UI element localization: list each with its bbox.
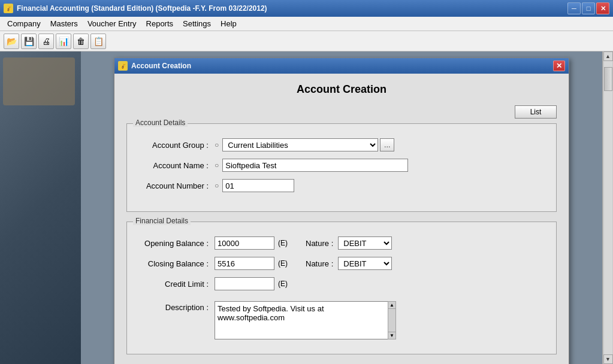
center-content: 💰 Account Creation ✕ Account Creation Li…	[81, 51, 602, 364]
scrollbar-up-arrow[interactable]: ▲	[388, 302, 395, 309]
account-group-select[interactable]: Current Liabilities	[222, 138, 378, 151]
modal-overlay: 💰 Account Creation ✕ Account Creation Li…	[81, 51, 602, 364]
account-name-radio-indicator: ○	[215, 161, 219, 169]
account-group-radio-indicator: ○	[215, 141, 219, 149]
left-background	[0, 51, 81, 364]
title-bar: 💰 Financial Accounting (Standard Edition…	[0, 0, 613, 17]
account-number-input[interactable]	[222, 179, 294, 192]
account-number-label: Account Number :	[137, 181, 215, 190]
menu-reports[interactable]: Reports	[141, 18, 179, 29]
close-button[interactable]: ✕	[596, 2, 609, 14]
description-label: Description :	[137, 301, 215, 312]
closing-nature-group: Nature : DEBIT CREDIT	[306, 257, 392, 270]
description-scrollbar[interactable]: ▲ ▼	[388, 301, 396, 339]
toolbar: 📂 💾 🖨 📊 🗑 📋	[0, 31, 613, 51]
closing-nature-select[interactable]: DEBIT CREDIT	[338, 257, 392, 270]
financial-details-label: Financial Details	[133, 217, 191, 225]
menu-help[interactable]: Help	[216, 18, 241, 29]
toolbar-clipboard[interactable]: 📋	[90, 34, 106, 49]
dialog-heading: Account Creation	[126, 83, 557, 96]
scrollbar-down-arrow[interactable]: ▼	[388, 332, 395, 339]
scroll-track	[604, 61, 612, 354]
toolbar-open[interactable]: 📂	[4, 34, 19, 49]
closing-balance-row: Closing Balance : (E) Nature : DEBIT CRE…	[137, 257, 546, 270]
account-name-input[interactable]	[222, 159, 408, 172]
closing-balance-e-badge: (E)	[278, 259, 288, 268]
account-group-row: Account Group : ○ Current Liabilities …	[137, 138, 546, 151]
credit-limit-e-badge: (E)	[278, 280, 288, 288]
menu-voucher-entry[interactable]: Voucher Entry	[83, 18, 141, 29]
credit-limit-row: Credit Limit : (E)	[137, 277, 546, 290]
opening-balance-e-badge: (E)	[278, 239, 288, 247]
description-textarea[interactable]: Tested by Softpedia. Visit us at www.sof…	[215, 301, 388, 339]
description-row: Description : Tested by Softpedia. Visit…	[137, 301, 546, 339]
opening-nature-group: Nature : DEBIT CREDIT	[306, 236, 392, 250]
minimize-button[interactable]: ─	[567, 2, 581, 14]
closing-balance-input[interactable]	[215, 257, 274, 270]
financial-details-section: Financial Details Opening Balance : (E) …	[126, 222, 557, 354]
toolbar-delete[interactable]: 🗑	[73, 34, 89, 49]
account-group-browse-button[interactable]: …	[380, 138, 394, 151]
closing-nature-label: Nature :	[306, 259, 333, 268]
dialog-close-button[interactable]: ✕	[553, 60, 565, 71]
toolbar-chart[interactable]: 📊	[56, 34, 71, 49]
opening-nature-label: Nature :	[306, 239, 333, 248]
menu-masters[interactable]: Masters	[46, 18, 83, 29]
list-button[interactable]: List	[515, 105, 557, 119]
scroll-up-button[interactable]: ▲	[603, 51, 613, 61]
toolbar-print[interactable]: 🖨	[38, 34, 54, 49]
account-number-row: Account Number : ○	[137, 179, 546, 192]
opening-balance-row: Opening Balance : (E) Nature : DEBIT CRE…	[137, 236, 546, 250]
scroll-down-button[interactable]: ▼	[603, 354, 613, 364]
maximize-button[interactable]: □	[582, 2, 595, 14]
scroll-thumb[interactable]	[604, 67, 612, 91]
account-name-row: Account Name : ○	[137, 159, 546, 172]
menu-company[interactable]: Company	[2, 18, 46, 29]
account-name-label: Account Name :	[137, 161, 215, 170]
list-button-row: List	[126, 105, 557, 119]
dialog-body: Account Creation List Account Details Ac…	[114, 74, 569, 364]
account-creation-dialog: 💰 Account Creation ✕ Account Creation Li…	[114, 57, 569, 364]
opening-balance-label: Opening Balance :	[137, 239, 215, 248]
app-icon: 💰	[4, 4, 13, 13]
account-group-label: Account Group :	[137, 141, 215, 150]
opening-balance-input[interactable]	[215, 236, 274, 250]
account-details-section: Account Details Account Group : ○ Curren…	[126, 123, 557, 212]
credit-limit-label: Credit Limit :	[137, 280, 215, 289]
closing-balance-label: Closing Balance :	[137, 259, 215, 268]
menu-bar: Company Masters Voucher Entry Reports Se…	[0, 17, 613, 31]
account-details-label: Account Details	[133, 119, 188, 127]
credit-limit-input[interactable]	[215, 277, 274, 290]
menu-settings[interactable]: Settings	[178, 18, 216, 29]
window-controls: ─ □ ✕	[567, 2, 609, 14]
dialog-title: Account Creation	[131, 62, 553, 70]
main-scrollbar[interactable]: ▲ ▼	[602, 51, 613, 364]
main-area: 💰 Account Creation ✕ Account Creation Li…	[0, 51, 613, 364]
opening-nature-select[interactable]: DEBIT CREDIT	[338, 236, 392, 250]
toolbar-save[interactable]: 💾	[21, 34, 37, 49]
dialog-icon: 💰	[118, 61, 128, 71]
app-title: Financial Accounting (Standard Edition) …	[17, 4, 567, 13]
account-number-radio-indicator: ○	[215, 181, 219, 190]
dialog-title-bar: 💰 Account Creation ✕	[114, 58, 569, 74]
